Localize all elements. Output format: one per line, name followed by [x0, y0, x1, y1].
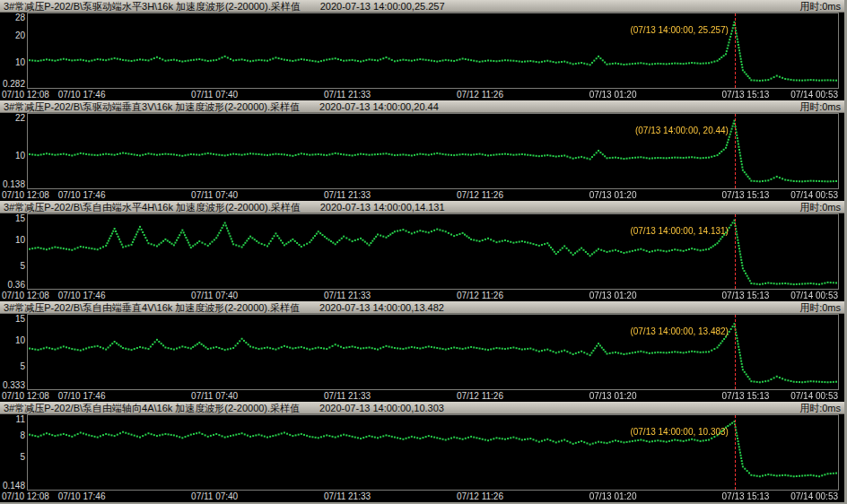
trend-panel-4v: 3#常减压P-202/B\泵自由端垂直4V\16k 加速度波形(2-20000)… — [0, 301, 844, 402]
channel-title: 3#常减压P-202/B\泵驱动端水平3H\16k 加速度波形(2-20000)… — [4, 0, 301, 13]
y-axis: 151050.333 — [0, 314, 27, 390]
cursor-line[interactable] — [735, 415, 736, 490]
x-tick-label: 07/11 07:40 — [191, 391, 238, 401]
x-tick-label: 07/10 12:08 — [2, 491, 49, 501]
elapsed-time: 用时:0ms — [799, 0, 841, 13]
x-tick-label: 07/13 01:20 — [589, 190, 637, 200]
y-tick-label: 10 — [15, 235, 25, 245]
x-tick-label: 07/14 00:53 — [790, 90, 838, 100]
panel-titlebar: 3#常减压P-202/B\泵自由端水平4H\16k 加速度波形(2-20000)… — [0, 201, 844, 213]
trend-panel-3h: 3#常减压P-202/B\泵驱动端水平3H\16k 加速度波形(2-20000)… — [0, 0, 844, 100]
chart-row: 2820100.282 (07/13 14:00:00, 25.257) — [0, 13, 844, 89]
x-axis: 07/10 12:0807/10 17:4607/11 07:4007/11 2… — [0, 390, 844, 402]
x-tick-label: 07/11 21:33 — [324, 190, 371, 200]
y-tick-label: 5 — [20, 451, 25, 461]
panel-titlebar: 3#常减压P-202/B\泵自由端轴向4A\16k 加速度波形(2-20000)… — [0, 402, 844, 414]
waveform-plot[interactable]: (07/13 14:00:00, 13.482) — [27, 314, 839, 390]
y-tick-label: 0.148 — [3, 481, 25, 491]
x-tick-label: 07/11 21:33 — [324, 491, 371, 501]
x-tick-label: 07/12 11:26 — [457, 90, 503, 100]
sample-value: 2020-07-13 14:00:00,25.257 — [320, 0, 445, 13]
x-tick-label: 07/13 15:13 — [722, 391, 770, 401]
x-tick-label: 07/10 17:46 — [58, 190, 106, 200]
x-tick-label: 07/10 12:08 — [2, 391, 49, 401]
x-tick-label: 07/14 00:53 — [790, 491, 838, 501]
x-tick-label: 07/10 17:46 — [58, 90, 106, 100]
elapsed-time: 用时:0ms — [799, 301, 841, 314]
elapsed-time: 用时:0ms — [799, 201, 841, 213]
y-tick-label: 5 — [20, 361, 25, 370]
cursor-line[interactable] — [735, 214, 736, 289]
peak-annotation: (07/13 14:00:00, 25.257) — [630, 25, 729, 35]
channel-title: 3#常减压P-202/B\泵自由端水平4H\16k 加速度波形(2-20000)… — [4, 201, 301, 213]
x-axis: 07/10 12:0807/10 17:4607/11 07:4007/11 2… — [0, 189, 844, 201]
y-axis: 11850.148 — [0, 414, 27, 491]
x-tick-label: 07/11 21:33 — [324, 90, 371, 100]
waveform-plot[interactable]: (07/13 14:00:00, 10.303) — [27, 414, 839, 491]
panel-titlebar: 3#常减压P-202/B\泵自由端垂直4V\16k 加速度波形(2-20000)… — [0, 301, 844, 314]
x-tick-label: 07/11 07:40 — [191, 190, 238, 200]
cursor-line[interactable] — [735, 114, 736, 188]
waveform-plot[interactable]: (07/13 14:00:00, 20.44) — [27, 113, 839, 189]
waveform-plot[interactable]: (07/13 14:00:00, 14.131) — [27, 213, 839, 290]
x-tick-label: 07/10 12:08 — [2, 90, 49, 100]
y-tick-label: 15 — [15, 213, 25, 223]
x-tick-label: 07/12 11:26 — [457, 190, 503, 200]
x-tick-label: 07/10 17:46 — [58, 491, 106, 501]
x-axis: 07/10 12:0807/10 17:4607/11 07:4007/11 2… — [0, 89, 844, 100]
elapsed-time: 用时:0ms — [799, 100, 841, 113]
channel-title: 3#常减压P-202/B\泵自由端轴向4A\16k 加速度波形(2-20000)… — [4, 402, 300, 414]
x-tick-label: 07/13 01:20 — [589, 391, 637, 401]
y-tick-label: 11 — [16, 414, 25, 424]
trend-panel-4a: 3#常减压P-202/B\泵自由端轴向4A\16k 加速度波形(2-20000)… — [0, 402, 844, 502]
x-tick-label: 07/12 11:26 — [457, 391, 503, 401]
y-tick-label: 0.36 — [8, 280, 25, 290]
x-tick-label: 07/11 07:40 — [191, 291, 238, 300]
y-axis: 151050.36 — [0, 213, 27, 290]
sample-value: 2020-07-13 14:00:00,14.131 — [320, 201, 445, 213]
waveform-plot[interactable]: (07/13 14:00:00, 25.257) — [27, 13, 839, 89]
sample-value: 2020-07-13 14:00:00,13.482 — [319, 301, 444, 314]
x-tick-label: 07/11 21:33 — [324, 291, 371, 300]
cursor-line[interactable] — [735, 315, 736, 389]
peak-annotation: (07/13 14:00:00, 13.482) — [630, 326, 729, 336]
y-tick-label: 28 — [15, 13, 25, 22]
x-tick-label: 07/11 07:40 — [191, 491, 238, 501]
y-tick-label: 10 — [15, 57, 25, 67]
channel-title: 3#常减压P-202/B\泵自由端垂直4V\16k 加速度波形(2-20000)… — [4, 301, 300, 314]
x-tick-label: 07/13 15:13 — [722, 291, 770, 300]
x-tick-label: 07/11 21:33 — [324, 391, 371, 401]
y-tick-label: 15 — [15, 314, 25, 324]
x-tick-label: 07/12 11:26 — [457, 291, 503, 300]
peak-annotation: (07/13 14:00:00, 20.44) — [635, 126, 729, 135]
y-axis: 2820100.282 — [0, 13, 27, 89]
trend-panel-4h: 3#常减压P-202/B\泵自由端水平4H\16k 加速度波形(2-20000)… — [0, 201, 844, 301]
x-tick-label: 07/13 15:13 — [722, 491, 770, 501]
x-tick-label: 07/13 01:20 — [589, 90, 637, 100]
chart-row: 151050.333 (07/13 14:00:00, 13.482) — [0, 314, 844, 390]
x-axis: 07/10 12:0807/10 17:4607/11 07:4007/11 2… — [0, 290, 844, 301]
x-tick-label: 07/12 11:26 — [457, 491, 503, 501]
y-tick-label: 0.282 — [3, 79, 25, 89]
x-tick-label: 07/14 00:53 — [790, 391, 838, 401]
chart-row: 11850.148 (07/13 14:00:00, 10.303) — [0, 414, 844, 491]
x-tick-label: 07/10 17:46 — [58, 291, 106, 300]
x-tick-label: 07/11 07:40 — [191, 90, 238, 100]
peak-annotation: (07/13 14:00:00, 10.303) — [630, 427, 729, 437]
trend-viewer-window: 3#常减压P-202/B\泵驱动端水平3H\16k 加速度波形(2-20000)… — [0, 0, 847, 504]
y-tick-label: 10 — [15, 335, 25, 344]
x-tick-label: 07/10 17:46 — [58, 391, 106, 401]
panel-titlebar: 3#常减压P-202/B\泵驱动端水平3H\16k 加速度波形(2-20000)… — [0, 0, 844, 13]
x-tick-label: 07/13 15:13 — [722, 190, 770, 200]
x-tick-label: 07/14 00:53 — [790, 291, 838, 300]
y-tick-label: 8 — [20, 430, 25, 440]
chart-row: 22100.138 (07/13 14:00:00, 20.44) — [0, 113, 844, 189]
x-tick-label: 07/14 00:53 — [790, 190, 838, 200]
x-tick-label: 07/13 01:20 — [589, 291, 637, 300]
y-tick-label: 5 — [20, 261, 25, 271]
y-tick-label: 20 — [15, 30, 25, 39]
cursor-line[interactable] — [735, 13, 736, 88]
y-tick-label: 0.138 — [3, 179, 25, 189]
x-tick-label: 07/10 12:08 — [2, 291, 49, 300]
chart-row: 151050.36 (07/13 14:00:00, 14.131) — [0, 213, 844, 290]
